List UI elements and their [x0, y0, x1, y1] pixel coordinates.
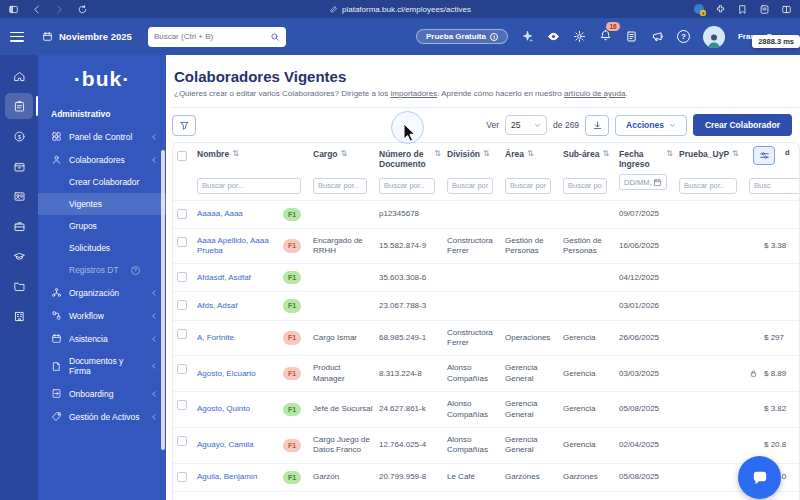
sidebar-item-colaboradores[interactable]: Colaboradores — [38, 148, 166, 171]
global-search[interactable] — [148, 27, 286, 47]
extension-icon[interactable]: 9 — [694, 4, 704, 14]
address-bar[interactable]: plataforma.buk.cl/employees/actives — [329, 5, 471, 14]
col-header-cargo[interactable]: Cargo⇅ — [311, 143, 377, 171]
trial-badge[interactable]: Prueba Gratuita i — [416, 29, 508, 44]
employee-name-link[interactable]: Afds, Adsaf — [197, 301, 237, 311]
table-row[interactable]: Agosto, Elcuarto F1 Product Manager 8.31… — [173, 355, 800, 391]
sidebar-item-onboarding[interactable]: Onboarding — [38, 382, 166, 405]
briefcase-icon[interactable] — [5, 213, 33, 239]
global-search-input[interactable] — [154, 32, 266, 41]
col-header-division[interactable]: División⇅ — [445, 143, 503, 171]
sort-icon[interactable]: ⇅ — [232, 149, 239, 158]
talent-icon[interactable] — [5, 183, 33, 209]
period-selector[interactable]: Noviembre 2025 — [42, 31, 132, 42]
employee-name-link[interactable]: Aguila, Benjamín — [197, 472, 257, 482]
table-row[interactable]: Aguila Fake, Benjamin F1 Analista de Ope… — [173, 491, 800, 500]
eye-icon[interactable] — [547, 30, 560, 43]
col-header-subarea[interactable]: Sub-área⇅ — [561, 143, 617, 171]
row-checkbox[interactable] — [177, 364, 187, 374]
split-view-icon[interactable] — [781, 4, 792, 15]
filter-fecha-input[interactable]: DD/MM, — [619, 174, 667, 190]
col-header-area[interactable]: Área⇅ — [503, 143, 561, 171]
sort-icon[interactable]: ⇅ — [483, 149, 490, 158]
sidebar-item-gesti-n-de-activos[interactable]: Gestión de Activos — [38, 405, 166, 428]
row-checkbox[interactable] — [177, 436, 187, 446]
filter-cargo-input[interactable] — [313, 178, 367, 194]
notifications-button[interactable]: 16 — [599, 28, 612, 46]
col-header-prueba[interactable]: Prueba_UyP⇅ — [677, 143, 747, 171]
employee-name-link[interactable]: Aguayo, Camila — [197, 440, 253, 450]
col-header-fecha[interactable]: Fecha Ingreso⇅ — [617, 143, 677, 171]
employee-name-link[interactable]: Agosto, Quinto — [197, 404, 250, 414]
employees-module-icon[interactable] — [5, 93, 33, 119]
filter-button[interactable] — [172, 115, 196, 136]
table-row[interactable]: Agosto, Quinto F1 Jefe de Sucursal 24.62… — [173, 391, 800, 427]
menu-toggle-icon[interactable] — [10, 32, 24, 42]
help-icon[interactable]: ? — [677, 30, 690, 43]
sidebar-item-vigentes[interactable]: Vigentes — [38, 193, 166, 215]
employee-name-link[interactable]: Aaaa Apellido, Aaaa Prueba — [197, 236, 277, 257]
company-icon[interactable] — [5, 303, 33, 329]
bookmark-icon[interactable] — [737, 4, 748, 15]
help-article-link[interactable]: artículo de ayuda — [564, 89, 625, 98]
avatar[interactable] — [703, 26, 725, 48]
sort-icon[interactable]: ⇅ — [527, 149, 534, 158]
col-header-nombre[interactable]: Nombre⇅ — [195, 143, 311, 171]
sidebar-item-crear-colaborador[interactable]: Crear Colaborador — [38, 171, 166, 193]
benefits-icon[interactable] — [5, 153, 33, 179]
sidebar-item-registros-dt[interactable]: Registros DT ? — [38, 259, 166, 281]
employee-name-link[interactable]: A, Fortnite — [197, 333, 234, 343]
filter-prueba-input[interactable] — [679, 178, 737, 194]
table-row[interactable]: A, Fortnite F1 Cargo Ismar 68.985.249-1 … — [173, 320, 800, 356]
importers-link[interactable]: importadores — [391, 89, 438, 98]
row-checkbox[interactable] — [177, 272, 187, 282]
sidebar-item-solicitudes[interactable]: Solicitudes — [38, 237, 166, 259]
filter-subarea-input[interactable] — [563, 178, 607, 194]
sidebar-scrollbar[interactable] — [161, 150, 165, 450]
employee-name-link[interactable]: Agosto, Elcuarto — [197, 369, 256, 379]
row-checkbox[interactable] — [177, 400, 187, 410]
select-all-checkbox[interactable] — [177, 151, 187, 161]
sidebar-item-asistencia[interactable]: Asistencia — [38, 327, 166, 350]
sidebar-item-organizaci-n[interactable]: Organización — [38, 281, 166, 304]
training-icon[interactable] — [5, 243, 33, 269]
sort-icon[interactable]: ⇅ — [602, 149, 609, 158]
page-size-select[interactable]: 25 — [505, 115, 547, 135]
employee-name-link[interactable]: Afdasdf, Asdfaf — [197, 273, 251, 283]
create-employee-button[interactable]: Crear Colaborador — [693, 114, 792, 136]
browser-forward-icon[interactable] — [54, 4, 65, 15]
table-row[interactable]: Afdasdf, Asdfaf F1 35.603.308-6 04/12/20… — [173, 263, 800, 291]
sort-icon[interactable]: ⇅ — [341, 149, 348, 158]
download-button[interactable] — [585, 115, 609, 136]
filter-documento-input[interactable] — [379, 178, 435, 194]
sidebar-item-workflow[interactable]: Workflow — [38, 304, 166, 327]
table-row[interactable]: Afds, Adsaf F1 23.067.788-3 03/01/2026 — [173, 291, 800, 319]
filter-division-input[interactable] — [447, 178, 493, 194]
notes-extension-icon[interactable] — [759, 4, 770, 15]
sort-icon[interactable]: ⇅ — [666, 149, 673, 158]
row-checkbox[interactable] — [177, 209, 187, 219]
col-header-documento[interactable]: Número de Documento⇅ — [377, 143, 445, 171]
payroll-icon[interactable]: $ — [5, 123, 33, 149]
row-checkbox[interactable] — [177, 329, 187, 339]
extensions-grid-icon[interactable] — [715, 4, 726, 15]
row-checkbox[interactable] — [177, 237, 187, 247]
files-icon[interactable] — [5, 273, 33, 299]
table-row[interactable]: Aaaa Apellido, Aaaa Prueba F1 Encargado … — [173, 228, 800, 264]
browser-back-icon[interactable] — [31, 4, 42, 15]
table-row[interactable]: Aaaaa, Aaaa F1 p12345678 09/07/2025 — [173, 200, 800, 228]
document-icon[interactable] — [625, 30, 638, 43]
table-row[interactable]: Aguayo, Camila F1 Cargo Juego de Datos F… — [173, 427, 800, 463]
filter-area-input[interactable] — [505, 178, 551, 194]
column-settings-button[interactable] — [753, 146, 775, 165]
browser-reload-icon[interactable] — [77, 4, 88, 15]
filter-monto-input[interactable] — [749, 178, 800, 194]
sidebar-item-documentos-y-firma[interactable]: Documentos y Firma — [38, 350, 166, 382]
row-checkbox[interactable] — [177, 472, 187, 482]
sidebar-item-grupos[interactable]: Grupos — [38, 215, 166, 237]
filter-nombre-input[interactable] — [197, 178, 301, 194]
chat-button[interactable] — [738, 456, 781, 499]
megaphone-icon[interactable] — [651, 30, 664, 43]
actions-button[interactable]: Acciones — [615, 115, 687, 136]
browser-sidebar-icon[interactable] — [8, 4, 19, 15]
